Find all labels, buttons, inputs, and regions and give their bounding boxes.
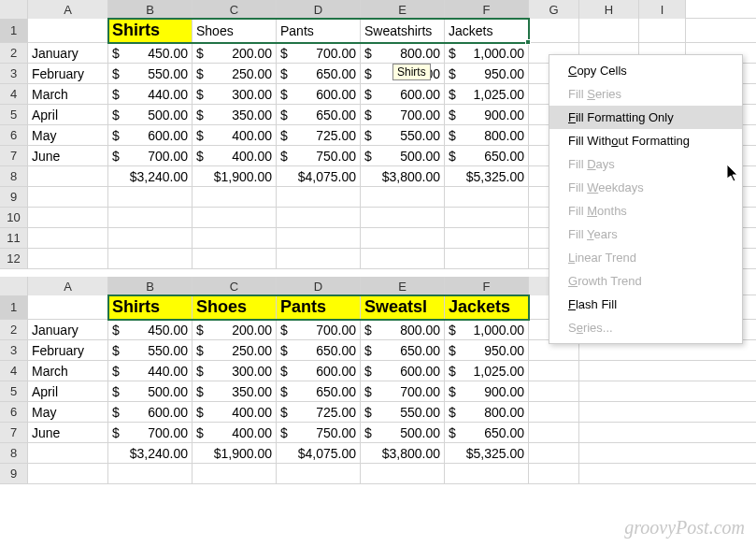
cell-e1[interactable]: Sweatshirts xyxy=(361,19,445,42)
col-header-i[interactable]: I xyxy=(639,0,686,19)
cell-e8[interactable]: $3,800.00 xyxy=(361,443,445,463)
cell-e4[interactable]: $ 600.00 xyxy=(361,361,445,381)
cell-e7[interactable]: $ 500.00 xyxy=(361,146,445,165)
cell-b5[interactable]: $ 500.00 xyxy=(108,105,193,124)
cell-d4[interactable]: $ 600.00 xyxy=(277,361,361,381)
cell-f7[interactable]: $ 650.00 xyxy=(445,146,529,165)
cell-d4[interactable]: $ 600.00 xyxy=(277,84,361,104)
col-header-c[interactable]: C xyxy=(193,277,277,295)
row-header-4[interactable]: 4 xyxy=(0,361,28,381)
col-header-b[interactable]: B xyxy=(108,277,193,295)
cell-b7[interactable]: $ 700.00 xyxy=(108,423,193,442)
cell-c4[interactable]: $ 300.00 xyxy=(193,361,277,381)
cell-f5[interactable]: $ 900.00 xyxy=(445,381,529,401)
cell-d6[interactable]: $ 725.00 xyxy=(277,402,361,422)
cell-c1[interactable]: Shoes xyxy=(193,19,277,42)
cell-a1[interactable] xyxy=(28,19,108,42)
cell-d2[interactable]: $ 700.00 xyxy=(277,320,361,339)
cell-a3[interactable]: February xyxy=(28,340,108,360)
cell-e6[interactable]: $ 550.00 xyxy=(361,402,445,422)
row-header-3[interactable]: 3 xyxy=(0,64,28,83)
cell-b8[interactable]: $3,240.00 xyxy=(108,443,193,463)
cell-b8[interactable]: $3,240.00 xyxy=(108,166,193,186)
cell-d2[interactable]: $ 700.00 xyxy=(277,43,361,63)
cell-a7[interactable]: June xyxy=(28,146,108,165)
row-header-5[interactable]: 5 xyxy=(0,105,28,124)
menu-item-flash-fill[interactable]: Flash Fill xyxy=(549,293,742,316)
cell-d5[interactable]: $ 650.00 xyxy=(277,381,361,401)
col-header-a[interactable]: A xyxy=(28,277,108,295)
row-header-6[interactable]: 6 xyxy=(0,402,28,422)
cell-c7[interactable]: $ 400.00 xyxy=(193,423,277,442)
cell-d7[interactable]: $ 750.00 xyxy=(277,423,361,442)
cell-b5[interactable]: $ 500.00 xyxy=(108,381,193,401)
cell-a2[interactable]: January xyxy=(28,320,108,339)
cell-f8[interactable]: $5,325.00 xyxy=(445,443,529,463)
cell-b3[interactable]: $ 550.00 xyxy=(108,64,193,83)
cell-e4[interactable]: $ 600.00 xyxy=(361,84,445,104)
cell-f3[interactable]: $ 950.00 xyxy=(445,64,529,83)
cell-d1[interactable]: Pants xyxy=(277,19,361,42)
cell-f2[interactable]: $1,000.00 xyxy=(445,320,529,339)
col-header-a[interactable]: A xyxy=(28,0,108,19)
cell-c6[interactable]: $ 400.00 xyxy=(193,125,277,145)
cell-f1[interactable]: Jackets xyxy=(445,19,529,42)
cell-d1[interactable]: Pants xyxy=(277,295,361,319)
cell-f6[interactable]: $ 800.00 xyxy=(445,402,529,422)
fill-handle-icon[interactable] xyxy=(525,39,531,45)
cell-c4[interactable]: $ 300.00 xyxy=(193,84,277,104)
row-header-12[interactable]: 12 xyxy=(0,249,28,268)
col-header-h[interactable]: H xyxy=(579,0,639,19)
cell-b1[interactable]: Shirts xyxy=(108,295,193,319)
row-header-9[interactable]: 9 xyxy=(0,187,28,207)
cell-e8[interactable]: $3,800.00 xyxy=(361,166,445,186)
cell-c2[interactable]: $ 200.00 xyxy=(193,43,277,63)
cell-e3[interactable]: $ 650.00 xyxy=(361,340,445,360)
row-header-1[interactable]: 1 xyxy=(0,295,28,319)
cell-f4[interactable]: $1,025.00 xyxy=(445,84,529,104)
cell-b6[interactable]: $ 600.00 xyxy=(108,402,193,422)
col-header-e[interactable]: E xyxy=(361,0,445,19)
col-header-b[interactable]: B xyxy=(108,0,193,19)
row-header-2[interactable]: 2 xyxy=(0,43,28,63)
cell-f1[interactable]: Jackets xyxy=(445,295,529,319)
cell-e1[interactable]: Sweatsl xyxy=(361,295,445,319)
cell-c6[interactable]: $ 400.00 xyxy=(193,402,277,422)
row-header-5[interactable]: 5 xyxy=(0,381,28,401)
row-header-6[interactable]: 6 xyxy=(0,125,28,145)
cell-f8[interactable]: $5,325.00 xyxy=(445,166,529,186)
cell-a7[interactable]: June xyxy=(28,423,108,442)
cell-a4[interactable]: March xyxy=(28,361,108,381)
cell-c3[interactable]: $ 250.00 xyxy=(193,64,277,83)
cell-e2[interactable]: $ 800.00 xyxy=(361,43,445,63)
select-all-corner[interactable] xyxy=(0,277,28,295)
cell-h1[interactable] xyxy=(579,19,639,42)
cell-e7[interactable]: $ 500.00 xyxy=(361,423,445,442)
cell-c5[interactable]: $ 350.00 xyxy=(193,381,277,401)
cell-c2[interactable]: $ 200.00 xyxy=(193,320,277,339)
cell-a2[interactable]: January xyxy=(28,43,108,63)
cell-d8[interactable]: $4,075.00 xyxy=(277,443,361,463)
cell-b3[interactable]: $ 550.00 xyxy=(108,340,193,360)
cell-a1[interactable] xyxy=(28,295,108,319)
cell-a6[interactable]: May xyxy=(28,125,108,145)
col-header-d[interactable]: D xyxy=(277,0,361,19)
row-header-9[interactable]: 9 xyxy=(0,464,28,483)
cell-b4[interactable]: $ 440.00 xyxy=(108,361,193,381)
cell-d7[interactable]: $ 750.00 xyxy=(277,146,361,165)
cell-a8[interactable] xyxy=(28,166,108,186)
row-header-8[interactable]: 8 xyxy=(0,166,28,186)
cell-c1[interactable]: Shoes xyxy=(193,295,277,319)
col-header-f[interactable]: F xyxy=(445,277,529,295)
cell-d3[interactable]: $ 650.00 xyxy=(277,340,361,360)
cell-c3[interactable]: $ 250.00 xyxy=(193,340,277,360)
cell-b4[interactable]: $ 440.00 xyxy=(108,84,193,104)
cell-a5[interactable]: April xyxy=(28,105,108,124)
cell-f7[interactable]: $ 650.00 xyxy=(445,423,529,442)
cell-c5[interactable]: $ 350.00 xyxy=(193,105,277,124)
col-header-g[interactable]: G xyxy=(529,0,579,19)
cell-e5[interactable]: $ 700.00 xyxy=(361,105,445,124)
row-header-4[interactable]: 4 xyxy=(0,84,28,104)
cell-f5[interactable]: $ 900.00 xyxy=(445,105,529,124)
cell-i1[interactable] xyxy=(639,19,686,42)
